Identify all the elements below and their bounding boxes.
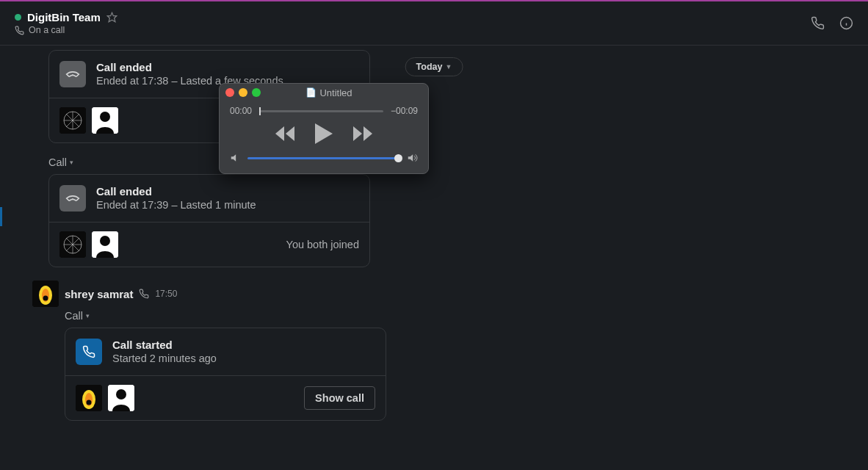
avatar xyxy=(59,107,86,134)
phone-icon xyxy=(139,289,149,299)
media-titlebar[interactable]: 📄 Untitled xyxy=(220,84,428,101)
call-card-header: Call started Started 2 minutes ago xyxy=(65,328,386,376)
caret-down-icon: ▾ xyxy=(86,312,90,319)
date-divider-label: Today xyxy=(416,62,443,72)
svg-marker-33 xyxy=(353,126,362,141)
call-label: Call xyxy=(48,156,67,168)
call-card-footer: You both joined xyxy=(49,223,369,267)
channel-header: DigitBin Team On a call xyxy=(0,1,868,46)
call-collapse-toggle[interactable]: Call ▾ xyxy=(48,156,868,168)
seek-handle[interactable] xyxy=(259,107,261,115)
message-time: 17:50 xyxy=(155,289,177,299)
call-card-header: Call ended Ended at 17:39 – Lasted 1 min… xyxy=(49,175,369,223)
play-icon[interactable] xyxy=(315,123,333,144)
message-author[interactable]: shrey samrat xyxy=(65,288,133,300)
volume-handle[interactable] xyxy=(394,154,402,162)
svg-marker-0 xyxy=(107,12,117,22)
call-card-title: Call ended xyxy=(96,61,283,73)
avatar xyxy=(108,385,134,411)
close-icon[interactable] xyxy=(225,88,234,97)
media-progress-row: 00:00 −00:09 xyxy=(230,106,418,116)
svg-marker-30 xyxy=(275,126,284,141)
sidebar-active-indicator xyxy=(0,207,2,226)
header-left: DigitBin Team On a call xyxy=(15,11,117,35)
svg-marker-32 xyxy=(315,123,333,144)
avatar xyxy=(92,231,118,258)
call-collapse-toggle[interactable]: Call ▾ xyxy=(65,310,868,322)
chevron-down-icon: ▼ xyxy=(445,63,452,70)
call-card-subtitle: Ended at 17:39 – Lasted 1 minute xyxy=(96,199,256,211)
call-label: Call xyxy=(65,310,83,322)
call-card-title: Call started xyxy=(112,339,217,351)
svg-point-11 xyxy=(100,112,110,122)
channel-title: DigitBin Team xyxy=(27,11,101,24)
avatar xyxy=(76,385,102,411)
fast-forward-icon[interactable] xyxy=(353,126,372,141)
media-controls xyxy=(230,123,418,144)
star-icon[interactable] xyxy=(106,12,117,23)
time-remaining: −00:09 xyxy=(391,106,418,116)
rewind-icon[interactable] xyxy=(275,126,294,141)
svg-point-19 xyxy=(100,236,110,246)
avatar xyxy=(59,231,86,258)
call-card: Call started Started 2 minutes ago Show … xyxy=(65,328,386,421)
avatar xyxy=(32,281,59,307)
volume-low-icon[interactable] xyxy=(230,153,240,163)
svg-marker-31 xyxy=(286,126,294,141)
document-icon: 📄 xyxy=(305,87,317,98)
call-card-subtitle: Started 2 minutes ago xyxy=(112,352,217,364)
svg-marker-35 xyxy=(231,154,236,161)
call-card: Call ended Ended at 17:39 – Lasted 1 min… xyxy=(48,174,370,267)
info-icon[interactable] xyxy=(839,16,853,30)
svg-point-27 xyxy=(87,400,92,405)
time-elapsed: 00:00 xyxy=(230,106,252,116)
caret-down-icon: ▾ xyxy=(70,159,73,166)
media-seek-bar[interactable] xyxy=(259,110,383,112)
message-block: shrey samrat 17:50 Call ▾ xyxy=(48,281,868,421)
message-content-area: Today ▼ Call ended Ended at 17:38 – Last… xyxy=(0,46,868,470)
svg-point-23 xyxy=(43,296,48,301)
svg-marker-36 xyxy=(408,154,413,161)
message-header: shrey samrat 17:50 xyxy=(65,281,868,307)
call-active-icon xyxy=(76,339,102,365)
avatar xyxy=(92,107,118,134)
call-icon[interactable] xyxy=(811,16,825,30)
volume-row xyxy=(230,153,418,163)
channel-subtitle: On a call xyxy=(29,25,65,35)
call-ended-icon xyxy=(59,61,86,87)
call-card-footer: Show call xyxy=(65,376,386,420)
svg-marker-34 xyxy=(364,126,372,141)
phone-icon xyxy=(15,26,24,35)
date-divider[interactable]: Today ▼ xyxy=(405,57,463,76)
volume-high-icon[interactable] xyxy=(406,153,418,163)
channel-title-row[interactable]: DigitBin Team xyxy=(15,11,117,24)
media-player-window[interactable]: 📄 Untitled 00:00 −00:09 xyxy=(219,83,429,174)
volume-slider[interactable] xyxy=(247,157,399,159)
header-actions xyxy=(811,16,853,30)
show-call-button[interactable]: Show call xyxy=(304,386,375,410)
channel-subtitle-row: On a call xyxy=(15,25,117,35)
call-ended-icon xyxy=(59,185,86,212)
presence-indicator xyxy=(15,14,21,21)
media-body: 00:00 −00:09 xyxy=(220,101,428,173)
media-title: Untitled xyxy=(319,87,352,98)
media-title-area: 📄 Untitled xyxy=(236,87,422,98)
call-card-title: Call ended xyxy=(96,185,256,198)
call-card-footer-text: You both joined xyxy=(286,239,359,250)
svg-point-29 xyxy=(116,389,126,400)
